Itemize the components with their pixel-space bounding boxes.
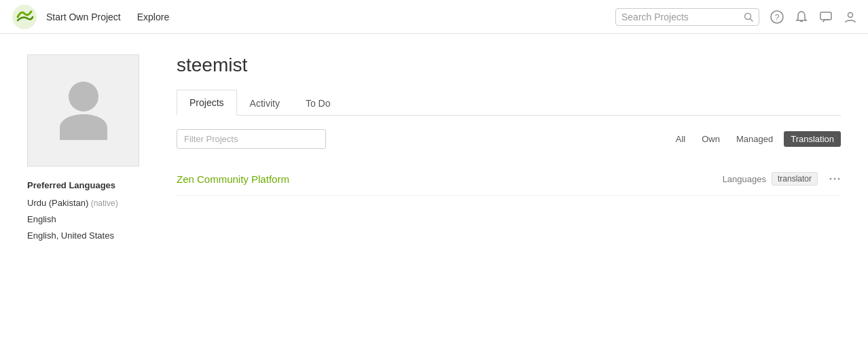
start-own-project-link[interactable]: Start Own Project bbox=[46, 12, 121, 22]
navbar-search bbox=[615, 8, 759, 26]
preferred-languages-title: Preferred Languages bbox=[27, 180, 149, 190]
tab-todo[interactable]: To Do bbox=[293, 90, 344, 116]
explore-link[interactable]: Explore bbox=[137, 12, 169, 22]
main-container: Preferred Languages Urdu (Pakistan) (nat… bbox=[0, 34, 868, 267]
tab-projects[interactable]: Projects bbox=[177, 90, 237, 116]
svg-point-8 bbox=[834, 178, 836, 180]
user-icon-button[interactable] bbox=[844, 10, 857, 24]
username: steemist bbox=[177, 54, 841, 76]
avatar-box bbox=[27, 54, 139, 167]
projects-list: Zen Community Platform Languages transla… bbox=[177, 162, 841, 196]
search-input[interactable] bbox=[621, 12, 744, 22]
svg-point-9 bbox=[838, 178, 840, 180]
tabs: Projects Activity To Do bbox=[177, 90, 841, 116]
avatar-head bbox=[69, 82, 98, 111]
navbar-icons: ? bbox=[770, 10, 857, 24]
project-more-button[interactable] bbox=[829, 173, 841, 185]
main-content: steemist Projects Activity To Do All Own… bbox=[177, 54, 841, 247]
language-item-english-us: English, United States bbox=[27, 230, 149, 242]
language-item-urdu: Urdu (Pakistan) (native) bbox=[27, 197, 149, 209]
sidebar: Preferred Languages Urdu (Pakistan) (nat… bbox=[27, 54, 149, 247]
languages-link[interactable]: Languages bbox=[723, 174, 766, 184]
navbar-links: Start Own Project Explore bbox=[46, 12, 169, 22]
svg-rect-5 bbox=[820, 12, 831, 20]
search-box bbox=[615, 8, 759, 26]
svg-point-7 bbox=[830, 178, 832, 180]
svg-line-2 bbox=[751, 18, 753, 21]
filter-own-button[interactable]: Own bbox=[696, 131, 725, 147]
language-item-english: English bbox=[27, 213, 149, 226]
notifications-icon-button[interactable] bbox=[795, 10, 808, 24]
chat-icon-button[interactable] bbox=[819, 10, 833, 24]
search-icon-button[interactable] bbox=[744, 12, 753, 22]
filter-projects-input[interactable] bbox=[177, 129, 326, 149]
filter-buttons: All Own Managed Translation bbox=[670, 131, 841, 147]
filter-translation-button[interactable]: Translation bbox=[784, 131, 841, 147]
table-row: Zen Community Platform Languages transla… bbox=[177, 162, 841, 196]
avatar-body bbox=[60, 114, 107, 140]
project-tags: Languages translator bbox=[723, 172, 818, 186]
project-name-zen[interactable]: Zen Community Platform bbox=[177, 173, 723, 185]
logo[interactable] bbox=[11, 3, 38, 31]
avatar bbox=[60, 82, 107, 140]
svg-text:?: ? bbox=[775, 13, 780, 22]
filter-all-button[interactable]: All bbox=[670, 131, 691, 147]
translator-badge: translator bbox=[772, 172, 818, 186]
svg-point-6 bbox=[848, 12, 853, 17]
tab-activity[interactable]: Activity bbox=[237, 90, 293, 116]
navbar: Start Own Project Explore ? bbox=[0, 0, 868, 34]
help-icon-button[interactable]: ? bbox=[770, 10, 784, 24]
filter-managed-button[interactable]: Managed bbox=[731, 131, 778, 147]
filter-row: All Own Managed Translation bbox=[177, 129, 841, 149]
